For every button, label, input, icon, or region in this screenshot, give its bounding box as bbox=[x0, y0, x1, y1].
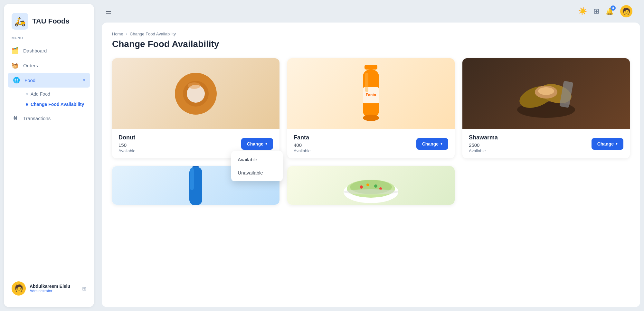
shawarma-card-body: Shawarma 2500 Available Change ▾ bbox=[462, 129, 630, 158]
donut-price: 150 bbox=[118, 142, 136, 148]
dropdown-available[interactable]: Available bbox=[231, 153, 283, 166]
food-card-fanta: Fanta Fanta 400 Available Change bbox=[287, 58, 455, 158]
sidebar-item-food[interactable]: 🌐 Food ▾ bbox=[8, 73, 90, 88]
svg-rect-15 bbox=[559, 81, 573, 108]
hamburger-icon[interactable]: ☰ bbox=[106, 8, 111, 15]
breadcrumb-separator: › bbox=[126, 32, 127, 36]
food-icon: 🌐 bbox=[13, 77, 20, 84]
shawarma-svg bbox=[514, 68, 578, 119]
donut-btn-container: Change ▾ Available Unavailable bbox=[241, 138, 273, 150]
dashboard-label: Dashboard bbox=[23, 48, 47, 53]
notification-badge: 3 bbox=[611, 5, 616, 11]
add-food-dot bbox=[26, 93, 28, 95]
menu-section-label: Menu bbox=[4, 36, 94, 43]
svg-rect-9 bbox=[365, 73, 368, 92]
svg-point-22 bbox=[360, 185, 363, 189]
logo-area: 🛵 TAU Foods bbox=[4, 10, 94, 36]
user-avatar: 🧑 bbox=[12, 281, 26, 296]
fanta-info: Fanta 400 Available bbox=[294, 134, 311, 153]
fanta-change-label: Change bbox=[422, 141, 439, 146]
sidebar-item-dashboard[interactable]: 🗂️ Dashboard bbox=[4, 43, 94, 58]
shawarma-change-button[interactable]: Change ▾ bbox=[592, 138, 623, 150]
apps-icon[interactable]: ⊞ bbox=[593, 7, 599, 15]
grid-icon[interactable]: ⊞ bbox=[82, 286, 86, 292]
svg-point-6 bbox=[363, 115, 379, 121]
topbar-right: ☀️ ⊞ 🔔 3 🧑 bbox=[578, 5, 632, 17]
dropdown-unavailable[interactable]: Unavailable bbox=[231, 166, 283, 179]
food-cards-grid: Donut 150 Available Change ▾ Available bbox=[112, 58, 630, 205]
fanta-change-button[interactable]: Change ▾ bbox=[416, 138, 448, 150]
breadcrumb-home[interactable]: Home bbox=[112, 32, 123, 36]
transactions-label: Transactions bbox=[23, 116, 51, 121]
orders-label: Orders bbox=[23, 63, 38, 68]
shawarma-image bbox=[462, 58, 630, 129]
add-food-label: Add Food bbox=[31, 91, 50, 97]
orders-icon: 🧺 bbox=[12, 62, 19, 69]
sidebar-footer: 🧑 Abdulkareem Elelu Administrator ⊞ bbox=[4, 276, 94, 301]
shawarma-status: Available bbox=[469, 148, 498, 153]
fanta-price: 400 bbox=[294, 142, 311, 148]
dashboard-icon: 🗂️ bbox=[12, 47, 19, 54]
donut-svg bbox=[170, 68, 222, 119]
topbar-avatar[interactable]: 🧑 bbox=[620, 5, 632, 17]
donut-status: Available bbox=[118, 148, 136, 153]
fanta-svg: Fanta bbox=[352, 61, 390, 126]
topbar-left: ☰ bbox=[106, 7, 111, 15]
shawarma-change-label: Change bbox=[597, 141, 614, 146]
breadcrumb-current: Change Food Availability bbox=[130, 32, 176, 36]
food-submenu: Add Food Change Food Availability bbox=[4, 88, 94, 111]
svg-point-24 bbox=[374, 184, 377, 188]
food-card-rice bbox=[287, 166, 455, 205]
page-content: Home › Change Food Availability Change F… bbox=[102, 23, 640, 307]
svg-rect-16 bbox=[192, 166, 200, 167]
sidebar: 🛵 TAU Foods Menu 🗂️ Dashboard 🧺 Orders 🌐… bbox=[4, 4, 94, 307]
rice-svg bbox=[339, 166, 403, 205]
rice-image bbox=[287, 166, 455, 205]
svg-point-23 bbox=[366, 184, 369, 186]
shawarma-card-row: Shawarma 2500 Available Change ▾ bbox=[469, 134, 623, 153]
fanta-name: Fanta bbox=[294, 134, 311, 141]
transactions-icon: ₦ bbox=[12, 115, 19, 122]
food-card-donut: Donut 150 Available Change ▾ Available bbox=[112, 58, 279, 158]
svg-text:Fanta: Fanta bbox=[366, 93, 376, 97]
change-availability-dot bbox=[26, 103, 28, 106]
donut-card-row: Donut 150 Available Change ▾ Available bbox=[118, 134, 273, 153]
main-area: ☰ ☀️ ⊞ 🔔 3 🧑 Home › Change Food Availabi… bbox=[98, 0, 644, 311]
shawarma-price: 2500 bbox=[469, 142, 498, 148]
shawarma-name: Shawarma bbox=[469, 134, 498, 141]
logo-emoji: 🛵 bbox=[14, 16, 26, 27]
notification-icon[interactable]: 🔔 3 bbox=[606, 7, 614, 15]
food-chevron-icon: ▾ bbox=[83, 78, 85, 82]
logo-icon: 🛵 bbox=[12, 13, 28, 30]
donut-card-body: Donut 150 Available Change ▾ Available bbox=[112, 129, 279, 158]
shawarma-btn-chevron: ▾ bbox=[616, 142, 618, 146]
breadcrumb: Home › Change Food Availability bbox=[112, 32, 630, 36]
sun-icon[interactable]: ☀️ bbox=[578, 7, 587, 15]
sidebar-item-orders[interactable]: 🧺 Orders bbox=[4, 58, 94, 73]
app-name: TAU Foods bbox=[32, 17, 70, 25]
svg-rect-4 bbox=[365, 65, 377, 70]
donut-dropdown: Available Unavailable bbox=[231, 151, 283, 181]
svg-point-26 bbox=[344, 189, 398, 194]
svg-rect-18 bbox=[190, 168, 194, 190]
user-name: Abdulkareem Elelu bbox=[30, 284, 70, 289]
svg-point-14 bbox=[538, 87, 554, 95]
donut-change-button[interactable]: Change ▾ bbox=[241, 138, 273, 150]
donut-image bbox=[112, 58, 279, 129]
submenu-add-food[interactable]: Add Food bbox=[22, 89, 94, 99]
submenu-change-availability[interactable]: Change Food Availability bbox=[22, 99, 94, 109]
donut-change-label: Change bbox=[247, 141, 263, 146]
topbar: ☰ ☀️ ⊞ 🔔 3 🧑 bbox=[98, 0, 640, 23]
fanta-btn-chevron: ▾ bbox=[440, 142, 442, 146]
user-role: Administrator bbox=[30, 289, 70, 293]
fanta-status: Available bbox=[294, 148, 311, 153]
water-svg bbox=[183, 166, 209, 205]
svg-point-3 bbox=[188, 82, 201, 89]
user-info: Abdulkareem Elelu Administrator bbox=[30, 284, 70, 293]
sidebar-item-transactions[interactable]: ₦ Transactions bbox=[4, 111, 94, 126]
fanta-card-row: Fanta 400 Available Change ▾ bbox=[294, 134, 448, 153]
fanta-image: Fanta bbox=[287, 58, 455, 129]
food-label: Food bbox=[24, 78, 35, 83]
shawarma-info: Shawarma 2500 Available bbox=[469, 134, 498, 153]
page-title: Change Food Availability bbox=[112, 39, 630, 49]
